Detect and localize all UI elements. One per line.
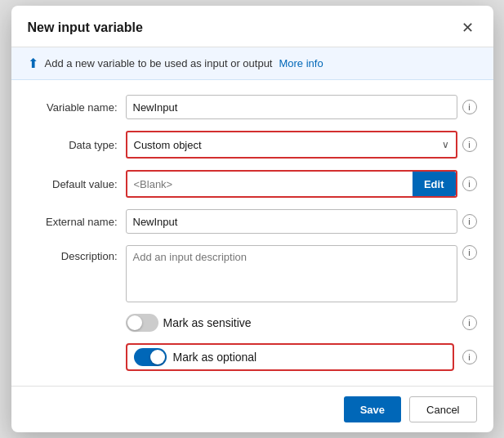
default-value-input[interactable] (127, 172, 408, 196)
mark-sensitive-toggle[interactable] (126, 314, 158, 332)
default-value-info-icon: i (462, 177, 477, 191)
info-banner: ⬆ Add a new variable to be used as input… (11, 47, 493, 80)
description-textarea[interactable] (126, 245, 457, 302)
mark-sensitive-label: Mark as sensitive (163, 316, 252, 329)
variable-name-field-wrap: i (126, 95, 477, 119)
data-type-label: Data type: (28, 139, 118, 151)
banner-text: Add a new variable to be used as input o… (45, 57, 273, 69)
default-value-label: Default value: (28, 178, 118, 190)
dialog-title: New input variable (28, 20, 143, 35)
description-row: Description: i (28, 245, 477, 302)
external-name-field-wrap: i (126, 209, 477, 234)
variable-name-info-icon: i (462, 100, 477, 114)
dialog-header: New input variable ✕ (11, 6, 493, 47)
mark-optional-row: Mark as optional i (28, 343, 477, 371)
close-button[interactable]: ✕ (458, 19, 477, 37)
variable-name-label: Variable name: (28, 101, 118, 114)
description-info-icon: i (462, 245, 477, 260)
mark-sensitive-info-icon: i (462, 315, 477, 330)
edit-button[interactable]: Edit (413, 172, 456, 196)
variable-name-input[interactable] (126, 95, 457, 119)
external-name-row: External name: i (28, 209, 477, 234)
more-info-link[interactable]: More info (279, 57, 323, 69)
mark-sensitive-toggle-wrap: Mark as sensitive (126, 314, 454, 332)
mark-optional-info-icon: i (462, 350, 477, 364)
description-label: Description: (28, 245, 118, 262)
data-type-row: Data type: Custom object Text Number Boo… (28, 131, 477, 159)
cancel-button[interactable]: Cancel (409, 396, 476, 422)
dialog-body: Variable name: i Data type: Custom objec… (11, 80, 493, 386)
data-type-field-wrap: Custom object Text Number Boolean Date ∨… (126, 131, 477, 159)
new-input-variable-dialog: New input variable ✕ ⬆ Add a new variabl… (11, 6, 493, 432)
default-value-field-wrap: Edit i (126, 170, 477, 198)
external-name-info-icon: i (462, 214, 477, 229)
mark-optional-label: Mark as optional (173, 351, 257, 364)
variable-name-row: Variable name: i (28, 95, 477, 119)
default-value-row: Default value: Edit i (28, 170, 477, 198)
data-type-info-icon: i (462, 137, 477, 152)
data-type-select-wrap: Custom object Text Number Boolean Date ∨ (126, 131, 457, 159)
mark-optional-box: Mark as optional (126, 343, 454, 371)
mark-optional-toggle-thumb (150, 350, 165, 364)
data-type-select[interactable]: Custom object Text Number Boolean Date (127, 132, 456, 157)
default-value-input-wrap: Edit (126, 170, 457, 198)
mark-optional-toggle[interactable] (134, 348, 167, 366)
mark-sensitive-toggle-thumb (127, 315, 142, 330)
upload-icon: ⬆ (28, 56, 38, 71)
external-name-label: External name: (28, 216, 118, 228)
save-button[interactable]: Save (344, 396, 401, 422)
description-field-wrap: i (126, 245, 477, 302)
dialog-footer: Save Cancel (11, 386, 493, 432)
mark-sensitive-row: Mark as sensitive i (28, 314, 477, 332)
external-name-input[interactable] (126, 209, 457, 234)
